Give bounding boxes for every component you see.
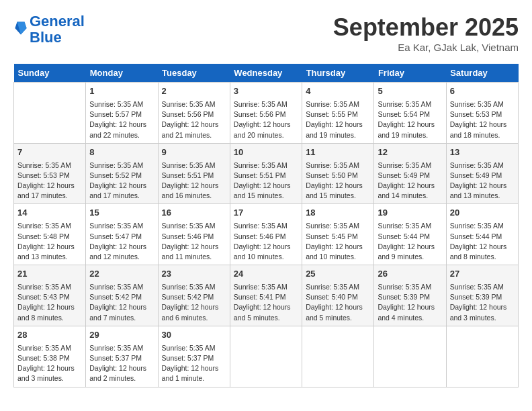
day-number: 19 [378, 207, 442, 220]
weekday-header-saturday: Saturday [446, 64, 518, 83]
weekday-header-monday: Monday [86, 64, 158, 83]
day-info: Sunrise: 5:35 AM Sunset: 5:40 PM Dayligh… [306, 282, 370, 323]
weekday-header-wednesday: Wednesday [230, 64, 302, 83]
day-info: Sunrise: 5:35 AM Sunset: 5:55 PM Dayligh… [306, 99, 370, 140]
calendar-cell: 21Sunrise: 5:35 AM Sunset: 5:43 PM Dayli… [14, 265, 86, 326]
day-info: Sunrise: 5:35 AM Sunset: 5:38 PM Dayligh… [17, 343, 82, 384]
day-number: 21 [17, 268, 82, 281]
calendar-cell: 1Sunrise: 5:35 AM Sunset: 5:57 PM Daylig… [86, 83, 158, 144]
calendar-cell: 28Sunrise: 5:35 AM Sunset: 5:38 PM Dayli… [14, 326, 86, 387]
day-number: 9 [162, 146, 226, 159]
calendar-week-4: 21Sunrise: 5:35 AM Sunset: 5:43 PM Dayli… [14, 265, 519, 326]
day-info: Sunrise: 5:35 AM Sunset: 5:49 PM Dayligh… [378, 161, 442, 201]
day-number: 17 [234, 207, 298, 220]
day-number: 30 [162, 329, 226, 342]
day-info: Sunrise: 5:35 AM Sunset: 5:37 PM Dayligh… [162, 343, 226, 384]
day-number: 8 [89, 146, 154, 159]
day-number: 11 [306, 146, 370, 159]
calendar-cell: 11Sunrise: 5:35 AM Sunset: 5:50 PM Dayli… [302, 143, 374, 204]
day-number: 7 [17, 146, 82, 159]
calendar-week-2: 7Sunrise: 5:35 AM Sunset: 5:53 PM Daylig… [14, 143, 519, 204]
weekday-header-sunday: Sunday [14, 64, 86, 83]
calendar-cell: 19Sunrise: 5:35 AM Sunset: 5:44 PM Dayli… [374, 204, 446, 265]
calendar-cell: 26Sunrise: 5:35 AM Sunset: 5:39 PM Dayli… [374, 265, 446, 326]
day-info: Sunrise: 5:35 AM Sunset: 5:43 PM Dayligh… [17, 282, 82, 323]
calendar-cell: 5Sunrise: 5:35 AM Sunset: 5:54 PM Daylig… [374, 83, 446, 144]
logo-text: General Blue [30, 13, 85, 46]
calendar-cell: 24Sunrise: 5:35 AM Sunset: 5:41 PM Dayli… [230, 265, 302, 326]
day-info: Sunrise: 5:35 AM Sunset: 5:54 PM Dayligh… [378, 99, 442, 140]
calendar-cell: 12Sunrise: 5:35 AM Sunset: 5:49 PM Dayli… [374, 143, 446, 204]
day-info: Sunrise: 5:35 AM Sunset: 5:46 PM Dayligh… [162, 221, 226, 262]
day-number: 29 [89, 329, 154, 342]
calendar-cell: 18Sunrise: 5:35 AM Sunset: 5:45 PM Dayli… [302, 204, 374, 265]
day-info: Sunrise: 5:35 AM Sunset: 5:44 PM Dayligh… [378, 221, 442, 262]
day-number: 16 [162, 207, 226, 220]
day-info: Sunrise: 5:35 AM Sunset: 5:56 PM Dayligh… [162, 99, 226, 140]
day-number: 23 [162, 268, 226, 281]
day-info: Sunrise: 5:35 AM Sunset: 5:49 PM Dayligh… [450, 161, 515, 201]
day-info: Sunrise: 5:35 AM Sunset: 5:52 PM Dayligh… [89, 161, 154, 201]
calendar-cell: 25Sunrise: 5:35 AM Sunset: 5:40 PM Dayli… [302, 265, 374, 326]
calendar-cell: 10Sunrise: 5:35 AM Sunset: 5:51 PM Dayli… [230, 143, 302, 204]
calendar-cell: 20Sunrise: 5:35 AM Sunset: 5:44 PM Dayli… [446, 204, 518, 265]
calendar-cell: 2Sunrise: 5:35 AM Sunset: 5:56 PM Daylig… [158, 83, 230, 144]
day-number: 13 [450, 146, 515, 159]
month-title: September 2025 [333, 13, 519, 42]
day-info: Sunrise: 5:35 AM Sunset: 5:42 PM Dayligh… [89, 282, 154, 323]
calendar-week-1: 1Sunrise: 5:35 AM Sunset: 5:57 PM Daylig… [14, 83, 519, 144]
day-info: Sunrise: 5:35 AM Sunset: 5:51 PM Dayligh… [234, 161, 298, 201]
day-info: Sunrise: 5:35 AM Sunset: 5:45 PM Dayligh… [306, 221, 370, 262]
calendar-body: 1Sunrise: 5:35 AM Sunset: 5:57 PM Daylig… [14, 83, 519, 387]
calendar-cell: 4Sunrise: 5:35 AM Sunset: 5:55 PM Daylig… [302, 83, 374, 144]
calendar-cell: 17Sunrise: 5:35 AM Sunset: 5:46 PM Dayli… [230, 204, 302, 265]
day-info: Sunrise: 5:35 AM Sunset: 5:37 PM Dayligh… [89, 343, 154, 384]
day-info: Sunrise: 5:35 AM Sunset: 5:39 PM Dayligh… [450, 282, 515, 323]
day-info: Sunrise: 5:35 AM Sunset: 5:44 PM Dayligh… [450, 221, 515, 262]
day-info: Sunrise: 5:35 AM Sunset: 5:51 PM Dayligh… [162, 161, 226, 201]
calendar-week-5: 28Sunrise: 5:35 AM Sunset: 5:38 PM Dayli… [14, 326, 519, 387]
weekday-header-tuesday: Tuesday [158, 64, 230, 83]
page-header: General Blue September 2025 Ea Kar, GJak… [13, 13, 519, 53]
day-number: 12 [378, 146, 442, 159]
calendar-cell: 14Sunrise: 5:35 AM Sunset: 5:48 PM Dayli… [14, 204, 86, 265]
day-info: Sunrise: 5:35 AM Sunset: 5:57 PM Dayligh… [89, 99, 154, 140]
day-info: Sunrise: 5:35 AM Sunset: 5:56 PM Dayligh… [234, 99, 298, 140]
calendar-cell: 23Sunrise: 5:35 AM Sunset: 5:42 PM Dayli… [158, 265, 230, 326]
calendar-cell [230, 326, 302, 387]
day-number: 27 [450, 268, 515, 281]
calendar-cell: 30Sunrise: 5:35 AM Sunset: 5:37 PM Dayli… [158, 326, 230, 387]
weekday-header-row: SundayMondayTuesdayWednesdayThursdayFrid… [14, 64, 519, 83]
logo: General Blue [13, 13, 85, 46]
calendar-cell: 8Sunrise: 5:35 AM Sunset: 5:52 PM Daylig… [86, 143, 158, 204]
day-info: Sunrise: 5:35 AM Sunset: 5:47 PM Dayligh… [89, 221, 154, 262]
calendar-table: SundayMondayTuesdayWednesdayThursdayFrid… [13, 64, 519, 387]
day-info: Sunrise: 5:35 AM Sunset: 5:41 PM Dayligh… [234, 282, 298, 323]
day-info: Sunrise: 5:35 AM Sunset: 5:48 PM Dayligh… [17, 221, 82, 262]
calendar-cell: 6Sunrise: 5:35 AM Sunset: 5:53 PM Daylig… [446, 83, 518, 144]
day-number: 10 [234, 146, 298, 159]
day-info: Sunrise: 5:35 AM Sunset: 5:53 PM Dayligh… [450, 99, 515, 140]
day-number: 26 [378, 268, 442, 281]
day-info: Sunrise: 5:35 AM Sunset: 5:53 PM Dayligh… [17, 161, 82, 201]
title-block: September 2025 Ea Kar, GJak Lak, Vietnam [333, 13, 519, 53]
day-number: 5 [378, 85, 442, 98]
day-number: 25 [306, 268, 370, 281]
calendar-cell: 7Sunrise: 5:35 AM Sunset: 5:53 PM Daylig… [14, 143, 86, 204]
day-number: 18 [306, 207, 370, 220]
day-info: Sunrise: 5:35 AM Sunset: 5:50 PM Dayligh… [306, 161, 370, 201]
weekday-header-thursday: Thursday [302, 64, 374, 83]
calendar-cell: 27Sunrise: 5:35 AM Sunset: 5:39 PM Dayli… [446, 265, 518, 326]
day-number: 2 [162, 85, 226, 98]
day-info: Sunrise: 5:35 AM Sunset: 5:46 PM Dayligh… [234, 221, 298, 262]
logo-icon [15, 21, 27, 36]
calendar-cell [374, 326, 446, 387]
day-number: 4 [306, 85, 370, 98]
calendar-week-3: 14Sunrise: 5:35 AM Sunset: 5:48 PM Dayli… [14, 204, 519, 265]
calendar-cell: 13Sunrise: 5:35 AM Sunset: 5:49 PM Dayli… [446, 143, 518, 204]
calendar-cell [302, 326, 374, 387]
day-number: 3 [234, 85, 298, 98]
day-number: 14 [17, 207, 82, 220]
day-info: Sunrise: 5:35 AM Sunset: 5:39 PM Dayligh… [378, 282, 442, 323]
calendar-cell: 29Sunrise: 5:35 AM Sunset: 5:37 PM Dayli… [86, 326, 158, 387]
